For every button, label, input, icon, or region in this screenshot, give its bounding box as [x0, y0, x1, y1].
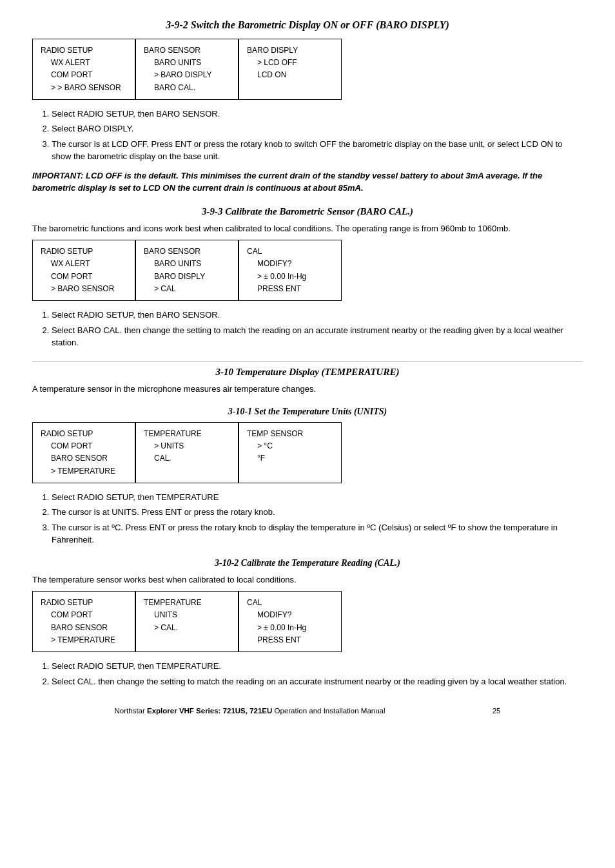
- menu-item-selected: > LCD OFF: [247, 57, 333, 69]
- menu-item-selected: > CAL: [144, 283, 230, 295]
- section-3-10-1: 3-10-1 Set the Temperature Units (UNITS)…: [32, 407, 583, 546]
- step-item: The cursor is at ºC. Press ENT or press …: [52, 521, 583, 546]
- step-item: Select RADIO SETUP, then TEMPERATURE: [52, 491, 583, 504]
- divider: [32, 361, 583, 362]
- menu-item: BARO SENSOR: [144, 246, 230, 258]
- section-3-9-2: 3-9-2 Switch the Barometric Display ON o…: [32, 19, 583, 195]
- menu-item-selected: > TEMPERATURE: [41, 634, 127, 646]
- menu-box-baro-disply-1: BARO DISPLY > LCD OFF LCD ON: [239, 39, 342, 100]
- menu-item: PRESS ENT: [247, 283, 333, 295]
- menu-item: RADIO SETUP: [41, 428, 127, 440]
- footer-bold: Explorer VHF Series: 721US, 721EU: [147, 707, 272, 715]
- menu-item: UNITS: [144, 609, 230, 621]
- step-item: The cursor is at UNITS. Press ENT or pre…: [52, 506, 583, 519]
- menu-item: BARO UNITS: [144, 57, 230, 69]
- step-item: Select RADIO SETUP, then BARO SENSOR.: [52, 309, 583, 322]
- heading-3-10-2: 3-10-2 Calibrate the Temperature Reading…: [32, 558, 583, 568]
- menu-item: COM PORT: [41, 69, 127, 81]
- steps-3-10-1: Select RADIO SETUP, then TEMPERATURE The…: [52, 491, 583, 546]
- menu-item: RADIO SETUP: [41, 597, 127, 609]
- heading-3-9-3: 3-9-3 Calibrate the Barometric Sensor (B…: [32, 206, 583, 217]
- heading-3-10-1: 3-10-1 Set the Temperature Units (UNITS): [32, 407, 583, 417]
- section-3-10-2: 3-10-2 Calibrate the Temperature Reading…: [32, 558, 583, 688]
- steps-3-9-3: Select RADIO SETUP, then BARO SENSOR. Se…: [52, 309, 583, 349]
- menu-item-selected: > BARO SENSOR: [41, 82, 127, 94]
- section-3-10: 3-10 Temperature Display (TEMPERATURE) A…: [32, 361, 583, 396]
- menu-item: WX ALERT: [41, 258, 127, 270]
- menu-item: °F: [247, 452, 333, 465]
- menu-item: WX ALERT: [41, 57, 127, 69]
- menu-item-selected: > ± 0.00 In-Hg: [247, 622, 333, 634]
- menu-item: COM PORT: [41, 440, 127, 452]
- menu-item-selected: > BARO SENSOR: [41, 283, 127, 295]
- menu-row-3-10-1: RADIO SETUP COM PORT BARO SENSOR > TEMPE…: [32, 422, 583, 483]
- menu-box-cal-1: CAL MODIFY? > ± 0.00 In-Hg PRESS ENT: [239, 240, 342, 301]
- menu-item-selected: > UNITS: [144, 440, 230, 452]
- footer-text: Northstar Explorer VHF Series: 721US, 72…: [115, 707, 501, 715]
- menu-box-temperature-2: TEMPERATURE UNITS > CAL.: [135, 591, 239, 652]
- important-note: IMPORTANT: LCD OFF is the default. This …: [32, 169, 583, 195]
- menu-box-radio-setup-1: RADIO SETUP WX ALERT COM PORT > BARO SEN…: [32, 39, 135, 100]
- footer: Northstar Explorer VHF Series: 721US, 72…: [32, 707, 583, 715]
- step-item: Select BARO DISPLY.: [52, 122, 583, 135]
- section-3-9-3: 3-9-3 Calibrate the Barometric Sensor (B…: [32, 206, 583, 349]
- menu-item: MODIFY?: [247, 609, 333, 621]
- step-item: The cursor is at LCD OFF. Press ENT or p…: [52, 138, 583, 163]
- menu-item: LCD ON: [247, 69, 333, 81]
- menu-box-radio-setup-2: RADIO SETUP WX ALERT COM PORT > BARO SEN…: [32, 240, 135, 301]
- menu-item: CAL: [247, 597, 333, 609]
- menu-item: CAL: [247, 246, 333, 258]
- menu-item: BARO SENSOR: [144, 44, 230, 57]
- menu-box-radio-setup-4: RADIO SETUP COM PORT BARO SENSOR > TEMPE…: [32, 591, 135, 652]
- menu-item-selected: > CAL.: [144, 622, 230, 634]
- intro-3-9-3: The barometric functions and icons work …: [32, 222, 583, 235]
- menu-box-baro-sensor-2: BARO SENSOR BARO UNITS BARO DISPLY > CAL: [135, 240, 239, 301]
- menu-box-radio-setup-3: RADIO SETUP COM PORT BARO SENSOR > TEMPE…: [32, 422, 135, 483]
- menu-row-3-10-2: RADIO SETUP COM PORT BARO SENSOR > TEMPE…: [32, 591, 583, 652]
- menu-row-3-9-3: RADIO SETUP WX ALERT COM PORT > BARO SEN…: [32, 240, 583, 301]
- menu-box-cal-2: CAL MODIFY? > ± 0.00 In-Hg PRESS ENT: [239, 591, 342, 652]
- menu-item: PRESS ENT: [247, 634, 333, 646]
- menu-box-baro-sensor-1: BARO SENSOR BARO UNITS > BARO DISPLY BAR…: [135, 39, 239, 100]
- step-item: Select CAL. then change the setting to m…: [52, 675, 583, 688]
- steps-3-10-2: Select RADIO SETUP, then TEMPERATURE. Se…: [52, 660, 583, 688]
- step-item: Select RADIO SETUP, then BARO SENSOR.: [52, 108, 583, 121]
- step-item: Select BARO CAL. then change the setting…: [52, 324, 583, 349]
- menu-item: MODIFY?: [247, 258, 333, 270]
- menu-item: BARO DISPLY: [247, 44, 333, 57]
- menu-item-selected: > °C: [247, 440, 333, 452]
- menu-item: TEMPERATURE: [144, 428, 230, 440]
- menu-item: TEMP SENSOR: [247, 428, 333, 440]
- step-item: Select RADIO SETUP, then TEMPERATURE.: [52, 660, 583, 673]
- heading-3-9-2: 3-9-2 Switch the Barometric Display ON o…: [32, 19, 583, 31]
- heading-3-10: 3-10 Temperature Display (TEMPERATURE): [32, 367, 583, 378]
- menu-item-selected: > TEMPERATURE: [41, 465, 127, 477]
- menu-item: COM PORT: [41, 271, 127, 283]
- menu-item: RADIO SETUP: [41, 44, 127, 57]
- intro-3-10: A temperature sensor in the microphone m…: [32, 383, 583, 396]
- menu-box-temperature-1: TEMPERATURE > UNITS CAL.: [135, 422, 239, 483]
- menu-box-temp-sensor: TEMP SENSOR > °C °F: [239, 422, 342, 483]
- menu-item: CAL.: [144, 452, 230, 465]
- menu-item: COM PORT: [41, 609, 127, 621]
- menu-item: BARO SENSOR: [41, 452, 127, 465]
- menu-row-3-9-2: RADIO SETUP WX ALERT COM PORT > BARO SEN…: [32, 39, 583, 100]
- menu-item: RADIO SETUP: [41, 246, 127, 258]
- intro-3-10-2: The temperature sensor works best when c…: [32, 574, 583, 586]
- steps-3-9-2: Select RADIO SETUP, then BARO SENSOR. Se…: [52, 108, 583, 163]
- menu-item: BARO CAL.: [144, 82, 230, 94]
- menu-item: BARO DISPLY: [144, 271, 230, 283]
- menu-item: TEMPERATURE: [144, 597, 230, 609]
- menu-item: BARO UNITS: [144, 258, 230, 270]
- menu-item-selected: > ± 0.00 In-Hg: [247, 271, 333, 283]
- menu-item: BARO SENSOR: [41, 622, 127, 634]
- menu-item-selected: > BARO DISPLY: [144, 69, 230, 81]
